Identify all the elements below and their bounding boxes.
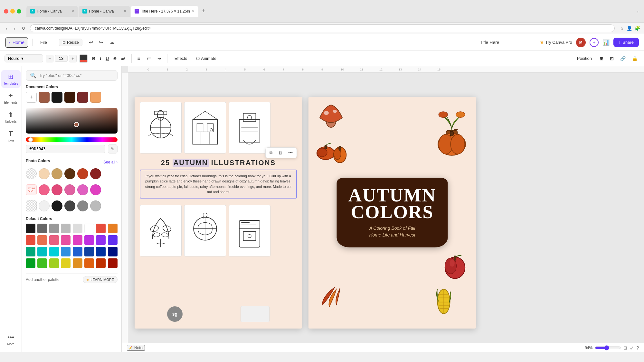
def-color-19[interactable] — [49, 247, 59, 256]
def-color-2[interactable] — [37, 224, 47, 233]
refresh-btn[interactable]: ↻ — [20, 25, 27, 32]
minimize-window-btn[interactable] — [10, 9, 15, 14]
description-text-box[interactable]: If you wait all year for crisp October m… — [140, 170, 297, 199]
sidebar-item-text[interactable]: T Text — [1, 127, 21, 145]
try-pro-button[interactable]: ♛ Try Canva Pro — [540, 40, 572, 45]
right-page-canvas[interactable]: AUTUMN COLORS A Coloring Book of Fall Ho… — [308, 97, 476, 329]
hex-input[interactable] — [26, 145, 105, 153]
forward-btn[interactable]: › — [12, 25, 17, 32]
url-bar[interactable] — [30, 24, 615, 32]
def-color-1[interactable] — [26, 224, 35, 233]
def-color-10[interactable] — [37, 235, 47, 245]
lock-button[interactable]: 🔒 — [630, 55, 639, 62]
def-color-14[interactable] — [84, 235, 94, 245]
illustration-thumb-6[interactable] — [229, 205, 270, 256]
file-button[interactable]: File — [36, 38, 51, 47]
def-color-13[interactable] — [73, 235, 82, 245]
close-window-btn[interactable] — [4, 9, 8, 14]
def-color-16[interactable] — [108, 235, 118, 245]
eyedropper-button[interactable]: ✎ — [108, 144, 118, 153]
def-color-32[interactable] — [108, 258, 118, 268]
photo-color-9[interactable] — [77, 184, 88, 195]
illustration-thumb-1[interactable] — [140, 102, 182, 153]
def-color-20[interactable] — [61, 247, 71, 256]
hue-slider[interactable] — [26, 137, 118, 142]
def-color-21[interactable] — [73, 247, 82, 256]
def-color-18[interactable] — [37, 247, 47, 256]
new-tab-btn[interactable]: + — [199, 6, 208, 17]
doc-color-1[interactable] — [39, 92, 50, 103]
save-cloud-icon[interactable]: ☁ — [109, 39, 115, 45]
photo-color-pattern-2[interactable] — [26, 200, 37, 211]
browser-tab-2[interactable]: C Home - Canva ✕ — [79, 6, 130, 17]
def-color-17[interactable] — [26, 247, 35, 256]
underline-button[interactable]: U — [104, 55, 111, 62]
def-color-31[interactable] — [96, 258, 106, 268]
position-button[interactable]: Position — [574, 55, 595, 62]
def-color-24[interactable] — [108, 247, 118, 256]
def-color-7[interactable] — [96, 224, 106, 233]
photo-color-15[interactable] — [90, 200, 101, 211]
doc-color-2[interactable] — [52, 92, 62, 103]
home-button[interactable]: ‹ Home — [5, 37, 28, 48]
photo-color-2[interactable] — [52, 168, 62, 179]
photo-color-4[interactable] — [77, 168, 88, 179]
uppercase-button[interactable]: aA — [119, 55, 127, 62]
zoom-slider[interactable] — [595, 345, 621, 350]
decrease-size-button[interactable]: − — [46, 55, 53, 62]
design-title-input[interactable] — [480, 40, 536, 45]
def-color-8[interactable] — [108, 224, 118, 233]
user-avatar[interactable]: M — [576, 38, 586, 47]
illustration-thumb-3[interactable] — [229, 102, 270, 153]
illustration-thumb-5[interactable] — [184, 205, 226, 256]
tab-close-2[interactable]: ✕ — [124, 9, 126, 13]
def-color-25[interactable] — [26, 258, 35, 268]
def-color-5[interactable] — [73, 224, 82, 233]
photo-color-5[interactable] — [90, 168, 101, 179]
def-color-28[interactable] — [61, 258, 71, 268]
list-button[interactable]: ≔ — [145, 55, 153, 62]
strikethrough-button[interactable]: S — [111, 55, 118, 62]
browser-tab-3[interactable]: ✦ Title Here - 17.376 × 11.25in ✕ — [131, 6, 198, 17]
doc-color-3[interactable] — [64, 92, 75, 103]
copy-element-button[interactable]: ⧉ — [267, 149, 275, 157]
profile-icon[interactable]: 👤 — [627, 26, 632, 31]
share-button[interactable]: ↑ Share — [613, 38, 639, 47]
sidebar-item-more[interactable]: ••• More — [1, 331, 21, 348]
fullscreen-window-btn[interactable] — [17, 9, 21, 14]
redo-button[interactable]: ↪ — [96, 38, 106, 47]
font-size-input[interactable] — [55, 55, 68, 62]
undo-button[interactable]: ↩ — [86, 38, 96, 47]
more-options-button[interactable]: ••• — [286, 149, 295, 156]
indent-button[interactable]: ⇥ — [156, 55, 163, 62]
sidebar-item-templates[interactable]: ⊞ Templates — [1, 70, 21, 88]
def-color-11[interactable] — [49, 235, 59, 245]
help-button[interactable]: ? — [636, 345, 639, 350]
def-color-27[interactable] — [49, 258, 59, 268]
style-copy-button[interactable]: ⊞ — [598, 55, 605, 62]
delete-element-button[interactable]: 🗑 — [276, 149, 285, 156]
link-button[interactable]: 🔗 — [618, 55, 628, 62]
def-color-15[interactable] — [96, 235, 106, 245]
autumn-text-chip[interactable]: JTUMOLO — [26, 184, 37, 195]
photo-color-11[interactable] — [39, 200, 50, 211]
text-color-swatch[interactable] — [79, 54, 88, 63]
fit-page-button[interactable]: ⊡ — [623, 345, 627, 350]
back-btn[interactable]: ‹ — [4, 25, 9, 32]
doc-color-4[interactable] — [77, 92, 88, 103]
def-color-30[interactable] — [84, 258, 94, 268]
fullscreen-button[interactable]: ⤢ — [630, 345, 634, 350]
def-color-6[interactable] — [84, 224, 94, 233]
color-search-box[interactable]: 🔍 — [26, 70, 118, 81]
bold-button[interactable]: B — [90, 55, 97, 62]
color-picker-handle[interactable] — [74, 122, 79, 127]
add-color-button[interactable]: + — [26, 92, 37, 103]
def-color-3[interactable] — [49, 224, 59, 233]
resize-button[interactable]: ⊡ Resize — [59, 39, 82, 46]
def-color-26[interactable] — [37, 258, 47, 268]
learn-more-button[interactable]: ★ LEARN MORE — [83, 276, 118, 283]
page-title-text[interactable]: 25 AUTUMN ILLUSTRATIONS — [145, 159, 292, 167]
sidebar-item-uploads[interactable]: ⬆ Uploads — [1, 108, 21, 126]
browser-settings-icon[interactable]: ⋮ — [636, 9, 640, 14]
illustration-thumb-4[interactable] — [140, 205, 182, 256]
